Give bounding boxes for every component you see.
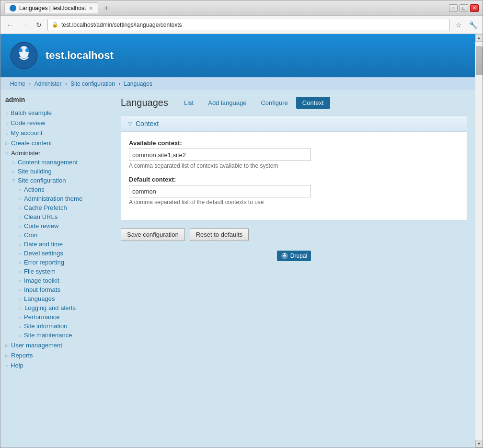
sidebar-item-site-information[interactable]: ○ Site information	[19, 322, 108, 331]
sidebar-bullet-image-toolkit: ○	[19, 278, 22, 284]
sidebar-item-cache-prefetch[interactable]: ○ Cache Prefetch	[19, 203, 108, 212]
available-context-input[interactable]	[129, 149, 311, 161]
sidebar-item-date-time[interactable]: ○ Date and time	[19, 240, 108, 249]
sidebar-item-error-reporting[interactable]: ○ Error reporting	[19, 258, 108, 267]
browser-tab[interactable]: Languages | test.localhost ✕	[4, 2, 98, 13]
sidebar-link-reports[interactable]: Reports	[11, 352, 33, 359]
default-context-input[interactable]	[129, 185, 311, 197]
sidebar-item-site-building[interactable]: ▷ Site building	[12, 167, 108, 176]
sidebar-item-create-content[interactable]: ▷ Create content	[5, 138, 108, 148]
scrollbar-right[interactable]: ▲ ▼	[475, 34, 483, 448]
sidebar-bullet-clean-urls: ○	[19, 215, 22, 220]
breadcrumb-site-configuration[interactable]: Site configuration	[70, 80, 115, 87]
sidebar-item-reports[interactable]: ▷ Reports	[5, 351, 108, 360]
sidebar-label-administer[interactable]: Administer	[11, 149, 40, 157]
available-context-label: Available context:	[129, 139, 459, 147]
collapse-icon[interactable]: ▽	[128, 121, 132, 127]
drupal-header: test.localhost	[0, 34, 475, 77]
sidebar-link-cache-prefetch[interactable]: Cache Prefetch	[24, 204, 67, 211]
sidebar-item-devel[interactable]: ○ Devel settings	[19, 249, 108, 258]
sidebar-link-date-time[interactable]: Date and time	[24, 241, 63, 248]
breadcrumb-languages[interactable]: Languages	[124, 80, 152, 87]
sidebar-item-code-review-sub[interactable]: ○ Code review	[19, 221, 108, 230]
sidebar-link-site-configuration[interactable]: Site configuration	[18, 177, 66, 184]
close-button[interactable]: ✕	[470, 4, 479, 12]
sidebar-link-image-toolkit[interactable]: Image toolkit	[24, 277, 59, 284]
sidebar-item-content-management[interactable]: ▷ Content management	[12, 158, 108, 167]
sidebar-link-code-review[interactable]: Code review	[11, 119, 45, 126]
sidebar-item-site-maintenance[interactable]: ○ Site maintenance	[19, 331, 108, 340]
minimize-button[interactable]: ─	[449, 4, 458, 12]
tab-context[interactable]: Context	[296, 97, 330, 109]
tab-close-button[interactable]: ✕	[89, 5, 93, 11]
sidebar-link-error-reporting[interactable]: Error reporting	[24, 259, 64, 266]
sidebar-item-help[interactable]: ○ Help	[5, 361, 108, 370]
scroll-up-button[interactable]: ▲	[475, 34, 483, 42]
sidebar-link-input-formats[interactable]: Input formats	[24, 286, 60, 293]
forward-button[interactable]: →	[19, 19, 30, 31]
tools-button[interactable]: 🔧	[467, 19, 479, 31]
tab-configure[interactable]: Configure	[254, 97, 294, 109]
maximize-button[interactable]: □	[460, 4, 468, 12]
sidebar-item-clean-urls[interactable]: ○ Clean URLs	[19, 212, 108, 221]
sidebar-link-cron[interactable]: Cron	[24, 231, 37, 239]
svg-point-2	[19, 48, 23, 52]
breadcrumb-home[interactable]: Home	[10, 80, 25, 87]
sidebar-link-site-maintenance[interactable]: Site maintenance	[24, 332, 72, 339]
sidebar-item-performance[interactable]: ○ Performance	[19, 312, 108, 322]
sidebar-link-user-management[interactable]: User management	[11, 342, 62, 349]
new-tab-button[interactable]: +	[101, 3, 111, 13]
sidebar-item-image-toolkit[interactable]: ○ Image toolkit	[19, 276, 108, 285]
reset-to-defaults-button[interactable]: Reset to defaults	[190, 228, 249, 241]
sidebar-link-file-system[interactable]: File system	[24, 268, 56, 275]
scroll-thumb[interactable]	[476, 46, 483, 75]
sidebar-item-user-management[interactable]: ▷ User management	[5, 341, 108, 350]
sidebar-link-languages[interactable]: Languages	[24, 295, 55, 302]
reload-button[interactable]: ↻	[33, 19, 45, 31]
sidebar-item-logging[interactable]: ▷ Logging and alerts	[19, 303, 108, 312]
sidebar-link-devel[interactable]: Devel settings	[24, 250, 63, 257]
sidebar-bullet-user-management: ▷	[5, 343, 9, 348]
sidebar-item-admin-theme[interactable]: ○ Administration theme	[19, 194, 108, 203]
sidebar-link-site-building[interactable]: Site building	[18, 168, 52, 175]
sidebar: admin ○ Batch example ○ Code review	[0, 90, 113, 425]
sidebar-link-performance[interactable]: Performance	[24, 313, 59, 321]
sidebar-link-logging[interactable]: Logging and alerts	[24, 304, 76, 311]
sidebar-link-clean-urls[interactable]: Clean URLs	[24, 213, 58, 220]
page-header: Languages List Add language Configure Co…	[121, 97, 467, 109]
url-bar[interactable]: 🔒 test.localhost/admin/settings/language…	[47, 19, 450, 31]
default-context-description: A comma separated list of the default co…	[129, 199, 459, 206]
tab-add-language[interactable]: Add language	[202, 97, 253, 109]
sidebar-link-help[interactable]: Help	[11, 362, 23, 369]
sidebar-link-site-information[interactable]: Site information	[24, 322, 67, 330]
sidebar-link-code-review-sub[interactable]: Code review	[24, 222, 58, 230]
sidebar-item-languages[interactable]: ○ Languages	[19, 294, 108, 303]
sidebar-item-my-account[interactable]: ○ My account	[5, 128, 108, 138]
bookmark-button[interactable]: ☆	[453, 19, 464, 31]
sidebar-item-input-formats[interactable]: ○ Input formats	[19, 285, 108, 294]
sidebar-item-batch-example[interactable]: ○ Batch example	[5, 108, 108, 117]
sidebar-link-actions[interactable]: Actions	[24, 186, 45, 193]
sidebar-bullet-error-reporting: ○	[19, 260, 22, 265]
sidebar-bullet-batch: ○	[5, 111, 8, 116]
sidebar-item-code-review[interactable]: ○ Code review	[5, 118, 108, 127]
scroll-down-button[interactable]: ▼	[475, 440, 483, 448]
sidebar-link-content-management[interactable]: Content management	[18, 159, 78, 166]
sidebar-bullet-input-formats: ○	[19, 287, 22, 293]
breadcrumb-administer[interactable]: Administer	[34, 80, 62, 87]
sidebar-item-cron[interactable]: ○ Cron	[19, 230, 108, 240]
sidebar-link-admin-theme[interactable]: Administration theme	[24, 195, 82, 202]
sidebar-link-create-content[interactable]: Create content	[11, 139, 52, 147]
sidebar-item-actions[interactable]: ○ Actions	[19, 185, 108, 194]
site-name: test.localhost	[46, 49, 114, 62]
scroll-track[interactable]	[475, 42, 483, 440]
save-configuration-button[interactable]: Save configuration	[121, 228, 185, 241]
sidebar-link-my-account[interactable]: My account	[11, 129, 42, 137]
back-button[interactable]: ←	[4, 19, 16, 31]
tab-title: Languages | test.localhost	[19, 5, 86, 11]
sidebar-item-file-system[interactable]: ○ File system	[19, 267, 108, 276]
svg-point-6	[283, 254, 284, 255]
tab-list[interactable]: List	[178, 97, 200, 109]
sidebar-bullet-date-time: ○	[19, 242, 22, 247]
sidebar-link-batch-example[interactable]: Batch example	[11, 109, 52, 116]
